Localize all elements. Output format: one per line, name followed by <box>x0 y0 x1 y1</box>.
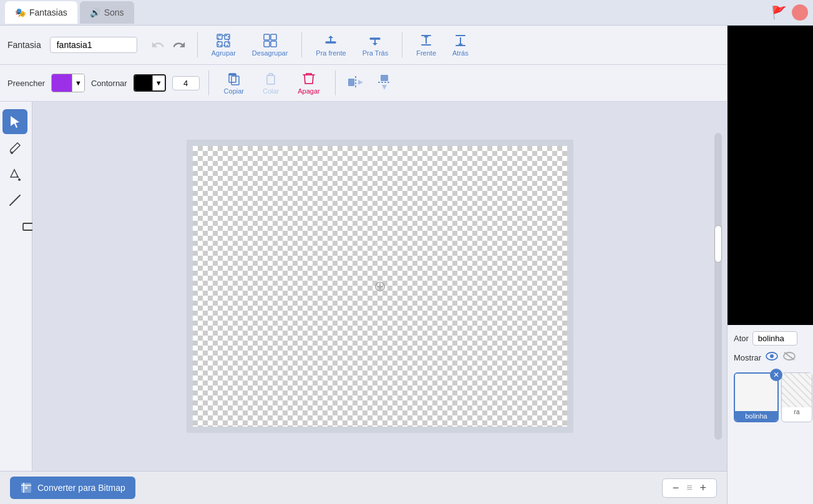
svg-rect-8 <box>271 41 276 47</box>
svg-rect-10 <box>370 38 380 39</box>
svg-rect-6 <box>271 34 276 40</box>
canvas-drawing-surface[interactable]: ♡ ⊕ <box>193 146 567 427</box>
svg-rect-32 <box>25 487 27 489</box>
undo-redo-group <box>148 36 188 54</box>
apagar-button[interactable]: Apagar <box>291 69 326 97</box>
colar-label: Colar <box>263 87 279 95</box>
costume-grid: ✕ bolinha ra <box>734 372 807 422</box>
tab-sons-label: Sons <box>104 7 124 17</box>
stroke-color-dropdown[interactable]: ▼ <box>152 75 165 90</box>
canvas-outer: ♡ ⊕ <box>187 140 573 433</box>
right-panel-bottom: Ator Mostrar ✕ bolinha <box>728 325 813 504</box>
redo-button[interactable] <box>170 36 188 54</box>
flag-icon: 🚩 <box>771 5 787 20</box>
svg-rect-17 <box>267 75 275 84</box>
show-visible-button[interactable] <box>765 351 779 365</box>
svg-rect-7 <box>264 41 270 47</box>
costume-item-bolinha[interactable]: ✕ bolinha <box>734 372 779 422</box>
convert-bitmap-label: Converter para Bitmap <box>37 483 125 493</box>
flip-horizontal-button[interactable] <box>344 71 367 95</box>
fill-color-button[interactable]: ▼ <box>51 74 85 92</box>
fantasia-label: Fantasia <box>7 40 41 50</box>
pra-tras-label: Pra Trás <box>363 49 389 57</box>
fantasia-name-input[interactable] <box>50 37 137 53</box>
convert-bitmap-button[interactable]: Converter para Bitmap <box>10 477 135 499</box>
scroll-track[interactable] <box>714 133 722 440</box>
tool-select[interactable] <box>2 109 27 134</box>
zoom-divider: ≡ <box>686 482 692 493</box>
toolbar-row1: Fantasia Agrupar Desagrupar <box>0 26 727 65</box>
colar-button[interactable]: Colar <box>256 69 285 97</box>
separator5 <box>335 70 336 95</box>
flip-vertical-button[interactable] <box>373 71 396 95</box>
svg-rect-14 <box>455 45 465 46</box>
separator2 <box>301 32 302 57</box>
svg-rect-11 <box>421 44 431 46</box>
separator1 <box>197 32 198 57</box>
agrupar-button[interactable]: Agrupar <box>207 31 241 59</box>
tab-bar: 🎭 Fantasias 🔊 Sons 🚩 <box>0 0 813 26</box>
costume-thumb-bolinha <box>735 374 777 411</box>
tool-fill[interactable] <box>2 162 27 187</box>
pra-tras-button[interactable]: Pra Trás <box>358 31 394 59</box>
main-area: Fantasia Agrupar Desagrupar <box>0 26 813 504</box>
costume-item-ra[interactable]: ra <box>781 372 812 422</box>
fill-color-swatch <box>52 74 72 92</box>
svg-rect-9 <box>326 42 336 43</box>
costume-delete-button[interactable]: ✕ <box>770 369 782 381</box>
atras-label: Atrás <box>452 49 469 57</box>
tool-brush[interactable] <box>2 135 27 160</box>
preencher-label: Preencher <box>7 79 45 88</box>
show-hidden-button[interactable] <box>782 351 796 365</box>
canvas-move-icon: ⊕ <box>374 278 386 295</box>
tab-sons[interactable]: 🔊 Sons <box>80 1 134 24</box>
actor-row: Ator <box>734 331 807 346</box>
toolbar-row2: Preencher ▼ Contornar ▼ Copiar Colar <box>0 65 727 102</box>
tab-fantasias[interactable]: 🎭 Fantasias <box>5 1 77 24</box>
left-panel: Fantasia Agrupar Desagrupar <box>0 26 727 504</box>
svg-rect-3 <box>225 42 230 47</box>
costume-thumb-ra <box>782 373 812 407</box>
frente-button[interactable]: Frente <box>411 31 441 59</box>
sons-tab-icon: 🔊 <box>90 7 100 17</box>
svg-rect-30 <box>23 223 33 230</box>
actor-name-input[interactable] <box>752 331 797 346</box>
bottom-toolbar: Converter para Bitmap − ≡ + <box>0 471 727 504</box>
zoom-controls: − ≡ + <box>662 478 717 498</box>
svg-rect-1 <box>225 34 230 39</box>
svg-rect-18 <box>348 79 354 86</box>
stop-indicator[interactable] <box>792 4 808 21</box>
fill-color-dropdown[interactable]: ▼ <box>72 74 84 92</box>
undo-button[interactable] <box>148 36 167 54</box>
top-right-indicators: 🚩 <box>771 4 808 21</box>
tool-line[interactable] <box>2 188 27 213</box>
contornar-label: Contornar <box>91 79 127 88</box>
stroke-color-button[interactable]: ▼ <box>134 74 166 92</box>
separator3 <box>402 32 402 57</box>
zoom-out-button[interactable]: − <box>670 482 682 495</box>
costume-name-ra: ra <box>782 407 812 417</box>
stroke-width-input[interactable] <box>172 76 200 90</box>
svg-rect-0 <box>217 34 222 39</box>
stroke-color-swatch <box>135 75 152 90</box>
show-row: Mostrar <box>734 351 807 365</box>
zoom-in-button[interactable]: + <box>697 482 709 495</box>
canvas-wrapper: ♡ ⊕ <box>45 114 714 458</box>
canvas-tools-area: T <box>0 102 727 471</box>
scroll-thumb[interactable] <box>714 225 722 263</box>
desagrupar-button[interactable]: Desagrupar <box>247 31 293 59</box>
copiar-label: Copiar <box>224 87 244 95</box>
canvas-area: ♡ ⊕ <box>32 102 727 471</box>
svg-rect-15 <box>231 76 239 85</box>
fantasias-tab-icon: 🎭 <box>15 7 26 17</box>
atras-button[interactable]: Atrás <box>447 31 474 59</box>
pra-frente-button[interactable]: Pra frente <box>311 31 351 59</box>
svg-rect-13 <box>455 35 465 36</box>
copiar-button[interactable]: Copiar <box>218 69 250 97</box>
separator4 <box>208 70 209 95</box>
right-panel: Ator Mostrar ✕ bolinha <box>727 26 813 504</box>
preview-screen <box>728 26 813 325</box>
tools-grid: T <box>2 109 29 239</box>
mostrar-label: Mostrar <box>734 353 761 362</box>
svg-rect-12 <box>421 35 431 36</box>
